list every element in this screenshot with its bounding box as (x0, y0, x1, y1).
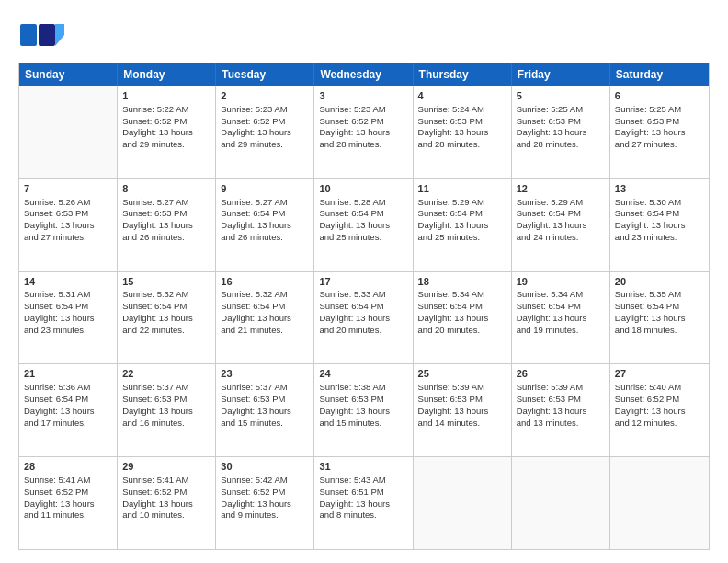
cal-day-26: 26Sunrise: 5:39 AMSunset: 6:53 PMDayligh… (512, 364, 610, 456)
day-number-26: 26 (517, 367, 605, 381)
day-info-line: Sunset: 6:54 PM (221, 301, 285, 311)
day-number-24: 24 (319, 367, 407, 381)
day-info-line: and 20 minutes. (319, 325, 381, 335)
day-number-11: 11 (418, 182, 506, 196)
day-info-line: Sunrise: 5:25 AM (615, 104, 681, 114)
cal-header-tuesday: Tuesday (216, 63, 314, 86)
cal-header-friday: Friday (512, 63, 610, 86)
cal-day-22: 22Sunrise: 5:37 AMSunset: 6:53 PMDayligh… (118, 364, 216, 456)
day-info-line: Daylight: 13 hours (122, 220, 193, 230)
day-info-line: Daylight: 13 hours (24, 499, 95, 509)
day-info-line: Sunset: 6:52 PM (319, 116, 383, 126)
day-info-line: Daylight: 13 hours (221, 406, 291, 416)
day-info-line: Sunset: 6:52 PM (24, 487, 88, 497)
day-number-19: 19 (517, 275, 605, 289)
day-number-27: 27 (615, 367, 704, 381)
day-info-line: and 28 minutes. (319, 139, 381, 149)
day-number-5: 5 (517, 89, 605, 103)
day-info-line: and 21 minutes. (221, 325, 283, 335)
cal-day-19: 19Sunrise: 5:34 AMSunset: 6:54 PMDayligh… (512, 272, 610, 364)
day-info-line: Sunrise: 5:41 AM (24, 475, 90, 485)
cal-header-saturday: Saturday (610, 63, 709, 86)
day-number-13: 13 (615, 182, 704, 196)
day-info-line: Sunrise: 5:32 AM (122, 289, 188, 299)
cal-day-7: 7Sunrise: 5:26 AMSunset: 6:53 PMDaylight… (19, 179, 118, 271)
cal-day-2: 2Sunrise: 5:23 AMSunset: 6:52 PMDaylight… (216, 86, 314, 178)
day-info-line: and 29 minutes. (221, 139, 283, 149)
day-info-line: Daylight: 13 hours (615, 127, 686, 137)
day-info-line: Daylight: 13 hours (221, 313, 291, 323)
day-info-line: Sunset: 6:52 PM (122, 116, 187, 126)
cal-day-21: 21Sunrise: 5:36 AMSunset: 6:54 PMDayligh… (19, 364, 118, 456)
day-info-line: Sunset: 6:52 PM (221, 116, 285, 126)
cal-day-18: 18Sunrise: 5:34 AMSunset: 6:54 PMDayligh… (414, 272, 512, 364)
day-info-line: Sunrise: 5:37 AM (122, 382, 188, 392)
day-info-line: and 24 minutes. (517, 232, 579, 242)
cal-week-2: 7Sunrise: 5:26 AMSunset: 6:53 PMDaylight… (19, 178, 709, 271)
day-info-line: Sunrise: 5:29 AM (418, 197, 484, 207)
day-info-line: Sunrise: 5:30 AM (615, 197, 681, 207)
day-info-line: Sunset: 6:51 PM (319, 487, 383, 497)
day-info-line: Daylight: 13 hours (517, 406, 587, 416)
day-info-line: and 14 minutes. (418, 418, 481, 428)
day-info-line: Sunset: 6:53 PM (517, 394, 581, 404)
day-info-line: Daylight: 13 hours (615, 313, 686, 323)
day-number-21: 21 (24, 367, 112, 381)
day-info-line: Sunset: 6:53 PM (122, 394, 187, 404)
day-info-line: and 27 minutes. (615, 139, 677, 149)
day-info-line: and 8 minutes. (319, 510, 376, 520)
day-number-16: 16 (221, 275, 309, 289)
day-number-18: 18 (418, 275, 506, 289)
day-info-line: Daylight: 13 hours (418, 127, 489, 137)
day-number-7: 7 (24, 182, 112, 196)
day-number-29: 29 (122, 460, 210, 474)
cal-day-15: 15Sunrise: 5:32 AMSunset: 6:54 PMDayligh… (118, 272, 216, 364)
day-info-line: and 17 minutes. (24, 418, 86, 428)
day-number-10: 10 (319, 182, 407, 196)
day-info-line: Daylight: 13 hours (221, 499, 291, 509)
cal-day-3: 3Sunrise: 5:23 AMSunset: 6:52 PMDaylight… (314, 86, 413, 178)
day-info-line: and 22 minutes. (122, 325, 185, 335)
cal-day-4: 4Sunrise: 5:24 AMSunset: 6:53 PMDaylight… (414, 86, 512, 178)
day-info-line: Sunset: 6:53 PM (418, 394, 483, 404)
day-info-line: Sunrise: 5:31 AM (24, 289, 90, 299)
day-info-line: Daylight: 13 hours (319, 220, 390, 230)
cal-day-10: 10Sunrise: 5:28 AMSunset: 6:54 PMDayligh… (314, 179, 413, 271)
day-info-line: Sunset: 6:54 PM (517, 301, 581, 311)
logo (18, 17, 68, 53)
cal-day-8: 8Sunrise: 5:27 AMSunset: 6:53 PMDaylight… (118, 179, 216, 271)
cal-day-empty (414, 457, 512, 549)
day-info-line: and 27 minutes. (24, 232, 86, 242)
day-info-line: Sunset: 6:53 PM (221, 394, 285, 404)
day-number-28: 28 (24, 460, 112, 474)
day-info-line: Sunrise: 5:22 AM (122, 104, 188, 114)
day-info-line: Sunrise: 5:34 AM (517, 289, 583, 299)
day-info-line: Sunrise: 5:41 AM (122, 475, 188, 485)
day-info-line: Sunrise: 5:26 AM (24, 197, 90, 207)
calendar: SundayMondayTuesdayWednesdayThursdayFrid… (18, 63, 710, 550)
cal-day-5: 5Sunrise: 5:25 AMSunset: 6:53 PMDaylight… (512, 86, 610, 178)
day-info-line: Sunrise: 5:39 AM (517, 382, 583, 392)
day-info-line: Sunset: 6:53 PM (615, 116, 679, 126)
cal-header-sunday: Sunday (19, 63, 118, 86)
day-info-line: Daylight: 13 hours (319, 406, 390, 416)
day-info-line: and 9 minutes. (221, 510, 278, 520)
day-number-22: 22 (122, 367, 210, 381)
day-info-line: Sunrise: 5:25 AM (517, 104, 583, 114)
day-number-31: 31 (319, 460, 407, 474)
day-info-line: Sunrise: 5:42 AM (221, 475, 287, 485)
day-number-25: 25 (418, 367, 506, 381)
day-info-line: Sunrise: 5:33 AM (319, 289, 385, 299)
cal-header-wednesday: Wednesday (314, 63, 413, 86)
cal-day-28: 28Sunrise: 5:41 AMSunset: 6:52 PMDayligh… (19, 457, 118, 549)
day-number-12: 12 (517, 182, 605, 196)
day-info-line: and 13 minutes. (517, 418, 579, 428)
day-info-line: Daylight: 13 hours (221, 127, 291, 137)
svg-rect-0 (20, 24, 37, 46)
day-info-line: Sunrise: 5:29 AM (517, 197, 583, 207)
day-info-line: and 10 minutes. (122, 510, 185, 520)
day-info-line: Daylight: 13 hours (517, 313, 587, 323)
day-info-line: Sunset: 6:54 PM (319, 208, 383, 218)
cal-day-13: 13Sunrise: 5:30 AMSunset: 6:54 PMDayligh… (610, 179, 709, 271)
day-info-line: Sunset: 6:54 PM (24, 301, 88, 311)
